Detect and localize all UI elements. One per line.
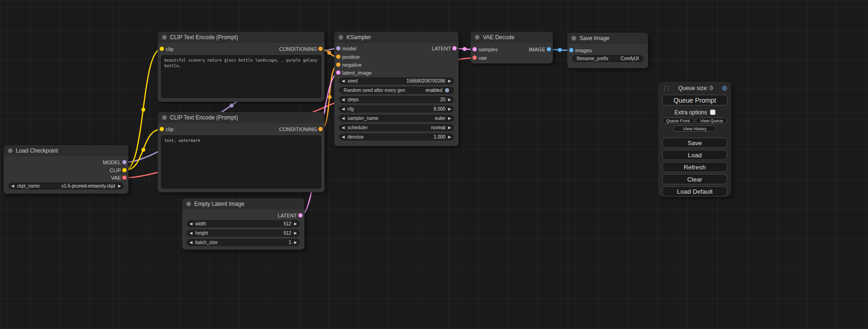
cfg-widget[interactable]: ◀ cfg 8.000 ▶	[339, 105, 454, 112]
node-title-bar[interactable]: Load Checkpoint	[4, 145, 128, 156]
widget-value: 512	[283, 221, 291, 226]
node-title-bar[interactable]: KSampler	[334, 32, 459, 43]
samples-input-port[interactable]	[473, 47, 477, 51]
clip-input-port[interactable]	[160, 127, 164, 131]
increment-arrow-icon[interactable]: ▶	[448, 117, 451, 120]
node-load-checkpoint[interactable]: Load Checkpoint MODEL CLIP VAE ◀ ckpt_na…	[4, 145, 128, 194]
increment-arrow-icon[interactable]: ▶	[294, 222, 297, 226]
load-default-button[interactable]: Load Default	[662, 186, 727, 196]
decrement-arrow-icon[interactable]: ◀	[342, 135, 345, 139]
decrement-arrow-icon[interactable]: ◀	[342, 117, 345, 120]
increment-arrow-icon[interactable]: ▶	[448, 126, 451, 130]
extra-options-label: Extra options	[674, 109, 707, 116]
conditioning-output-port[interactable]	[318, 127, 323, 131]
conditioning-output-label: CONDITIONING	[279, 126, 317, 133]
vae-input-label: vae	[479, 55, 487, 61]
widget-label: ckpt_name	[17, 183, 40, 189]
sampler-name-widget[interactable]: ◀ sampler_name euler ▶	[339, 115, 454, 122]
decrement-arrow-icon[interactable]: ◀	[190, 241, 192, 245]
decrement-arrow-icon[interactable]: ◀	[342, 98, 345, 102]
node-empty-latent-image[interactable]: Empty Latent Image LATENT ◀ width 512 ▶ …	[182, 198, 304, 250]
view-queue-button[interactable]: View Queue	[696, 118, 727, 124]
node-title-bar[interactable]: Save Image	[567, 33, 648, 44]
model-input-port[interactable]	[336, 46, 340, 50]
node-vae-decode[interactable]: VAE Decode samples vae IMAGE	[471, 32, 553, 63]
decrement-arrow-icon[interactable]: ◀	[342, 126, 345, 130]
drag-handle-icon[interactable]: ⋮⋮	[662, 85, 670, 91]
random-seed-toggle-widget[interactable]: Random seed after every gen enabled	[339, 87, 454, 94]
node-status-dot	[186, 202, 191, 206]
queue-menu-panel[interactable]: ⋮⋮ Queue size: 0 ⚙ Queue Prompt Extra op…	[658, 82, 731, 196]
node-clip-text-encode-positive[interactable]: CLIP Text Encode (Prompt) clip CONDITION…	[158, 32, 325, 102]
decrement-arrow-icon[interactable]: ◀	[190, 222, 192, 226]
extra-options-checkbox[interactable]	[710, 110, 715, 115]
ckpt-name-widget[interactable]: ◀ ckpt_name v1-5-pruned-emaonly.ckpt ▶	[8, 182, 124, 189]
increment-arrow-icon[interactable]: ▶	[118, 184, 121, 188]
scheduler-widget[interactable]: ◀ scheduler normal ▶	[339, 124, 454, 131]
batch-size-widget[interactable]: ◀ batch_size 1 ▶	[187, 239, 300, 246]
decrement-arrow-icon[interactable]: ◀	[11, 184, 14, 188]
increment-arrow-icon[interactable]: ▶	[448, 107, 451, 111]
negative-input-port[interactable]	[336, 63, 340, 67]
menu-header: ⋮⋮ Queue size: 0 ⚙	[662, 84, 727, 93]
positive-prompt-textarea[interactable]: beautiful scenery nature glass bottle la…	[161, 55, 321, 98]
node-graph-canvas[interactable]: Load Checkpoint MODEL CLIP VAE ◀ ckpt_na…	[0, 0, 868, 329]
node-title: KSampler	[346, 34, 371, 41]
conditioning-output-port[interactable]	[318, 47, 323, 51]
node-status-dot	[8, 148, 13, 153]
widget-value: ComfyUI	[621, 56, 639, 61]
width-widget[interactable]: ◀ width 512 ▶	[187, 220, 300, 227]
latent-output-port[interactable]	[298, 213, 303, 217]
save-button[interactable]: Save	[662, 138, 727, 148]
positive-input-port[interactable]	[336, 55, 340, 59]
widget-label: sampler_name	[347, 116, 378, 121]
clip-input-label: clip	[166, 46, 174, 52]
seed-widget[interactable]: ◀ seed 156680208700286 ▶	[339, 77, 454, 84]
load-button[interactable]: Load	[662, 150, 727, 160]
samples-input-label: samples	[479, 46, 498, 53]
toggle-indicator-icon[interactable]	[445, 88, 449, 92]
view-history-button[interactable]: View History	[673, 126, 716, 132]
queue-front-button[interactable]: Queue Front	[662, 118, 694, 124]
image-output-port[interactable]	[547, 47, 551, 51]
height-widget[interactable]: ◀ height 512 ▶	[187, 230, 300, 237]
clip-output-port[interactable]	[122, 168, 127, 172]
steps-widget[interactable]: ◀ steps 20 ▶	[339, 96, 454, 103]
link-midpoint-dot	[558, 48, 562, 52]
increment-arrow-icon[interactable]: ▶	[448, 135, 451, 139]
node-status-dot	[339, 35, 343, 40]
queue-prompt-button[interactable]: Queue Prompt	[662, 95, 727, 105]
widget-value: 156680208700286	[406, 78, 445, 84]
decrement-arrow-icon[interactable]: ◀	[342, 79, 345, 83]
refresh-button[interactable]: Refresh	[662, 162, 727, 172]
settings-gear-icon[interactable]: ⚙	[721, 85, 727, 91]
node-title-bar[interactable]: CLIP Text Encode (Prompt)	[158, 112, 325, 123]
node-title: CLIP Text Encode (Prompt)	[170, 34, 238, 41]
decrement-arrow-icon[interactable]: ◀	[190, 231, 192, 235]
node-title-bar[interactable]: CLIP Text Encode (Prompt)	[158, 32, 325, 43]
images-input-port[interactable]	[569, 48, 573, 52]
negative-prompt-textarea[interactable]: text, watermark	[161, 135, 321, 189]
clear-button[interactable]: Clear	[662, 174, 727, 184]
clip-input-port[interactable]	[160, 47, 164, 51]
decrement-arrow-icon[interactable]: ◀	[342, 107, 345, 111]
node-title-bar[interactable]: Empty Latent Image	[182, 198, 304, 210]
increment-arrow-icon[interactable]: ▶	[448, 79, 451, 83]
increment-arrow-icon[interactable]: ▶	[294, 231, 297, 235]
denoise-widget[interactable]: ◀ denoise 1.000 ▶	[339, 133, 454, 140]
model-output-port[interactable]	[122, 160, 127, 164]
node-title: Save Image	[579, 35, 609, 42]
increment-arrow-icon[interactable]: ▶	[448, 98, 451, 102]
vae-output-port[interactable]	[122, 175, 127, 180]
node-clip-text-encode-negative[interactable]: CLIP Text Encode (Prompt) clip CONDITION…	[158, 112, 325, 192]
node-ksampler[interactable]: KSampler model positive negative latent_…	[334, 32, 459, 146]
widget-label: width	[195, 221, 206, 226]
latent-output-port[interactable]	[452, 46, 457, 50]
node-title-bar[interactable]: VAE Decode	[471, 32, 553, 43]
filename-prefix-widget[interactable]: filename_prefix ComfyUI	[572, 55, 643, 62]
node-status-dot	[572, 36, 576, 41]
vae-input-port[interactable]	[473, 56, 477, 60]
increment-arrow-icon[interactable]: ▶	[294, 241, 297, 245]
node-save-image[interactable]: Save Image images filename_prefix ComfyU…	[567, 33, 648, 68]
latent-image-input-port[interactable]	[336, 70, 340, 75]
